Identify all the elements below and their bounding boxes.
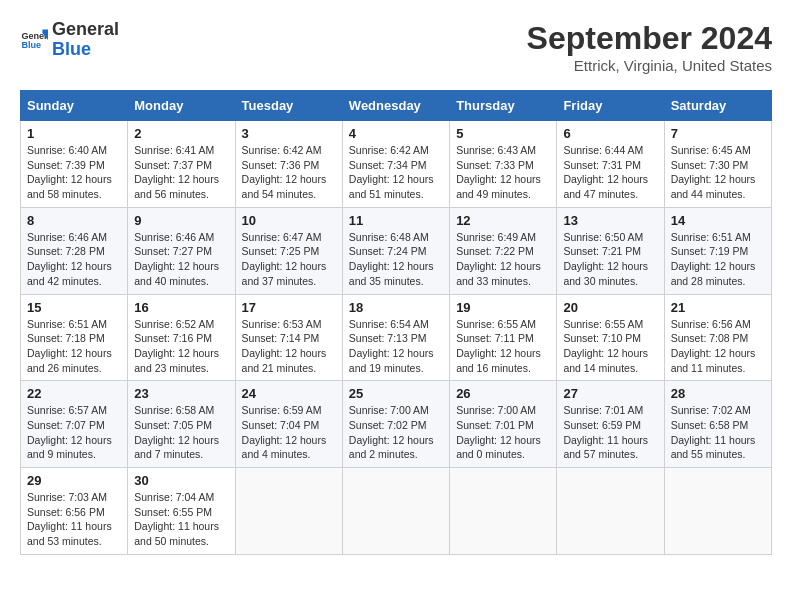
logo: General Blue General Blue xyxy=(20,20,119,60)
calendar-cell: 24Sunrise: 6:59 AM Sunset: 7:04 PM Dayli… xyxy=(235,381,342,468)
calendar-cell: 10Sunrise: 6:47 AM Sunset: 7:25 PM Dayli… xyxy=(235,207,342,294)
cell-day-number: 27 xyxy=(563,386,657,401)
cell-sun-info: Sunrise: 6:55 AM Sunset: 7:10 PM Dayligh… xyxy=(563,317,657,376)
calendar-week-row: 29Sunrise: 7:03 AM Sunset: 6:56 PM Dayli… xyxy=(21,468,772,555)
calendar-cell xyxy=(664,468,771,555)
calendar-cell: 29Sunrise: 7:03 AM Sunset: 6:56 PM Dayli… xyxy=(21,468,128,555)
calendar-cell xyxy=(342,468,449,555)
calendar-week-row: 1Sunrise: 6:40 AM Sunset: 7:39 PM Daylig… xyxy=(21,121,772,208)
cell-sun-info: Sunrise: 7:00 AM Sunset: 7:02 PM Dayligh… xyxy=(349,403,443,462)
cell-day-number: 25 xyxy=(349,386,443,401)
col-header-wednesday: Wednesday xyxy=(342,91,449,121)
cell-day-number: 21 xyxy=(671,300,765,315)
cell-sun-info: Sunrise: 6:40 AM Sunset: 7:39 PM Dayligh… xyxy=(27,143,121,202)
cell-day-number: 26 xyxy=(456,386,550,401)
calendar-cell: 25Sunrise: 7:00 AM Sunset: 7:02 PM Dayli… xyxy=(342,381,449,468)
cell-sun-info: Sunrise: 6:57 AM Sunset: 7:07 PM Dayligh… xyxy=(27,403,121,462)
calendar-week-row: 22Sunrise: 6:57 AM Sunset: 7:07 PM Dayli… xyxy=(21,381,772,468)
svg-text:Blue: Blue xyxy=(21,40,41,50)
logo-text: General Blue xyxy=(52,20,119,60)
cell-sun-info: Sunrise: 6:49 AM Sunset: 7:22 PM Dayligh… xyxy=(456,230,550,289)
col-header-sunday: Sunday xyxy=(21,91,128,121)
cell-sun-info: Sunrise: 6:58 AM Sunset: 7:05 PM Dayligh… xyxy=(134,403,228,462)
calendar-week-row: 15Sunrise: 6:51 AM Sunset: 7:18 PM Dayli… xyxy=(21,294,772,381)
calendar-cell: 12Sunrise: 6:49 AM Sunset: 7:22 PM Dayli… xyxy=(450,207,557,294)
calendar-cell: 7Sunrise: 6:45 AM Sunset: 7:30 PM Daylig… xyxy=(664,121,771,208)
calendar-cell: 20Sunrise: 6:55 AM Sunset: 7:10 PM Dayli… xyxy=(557,294,664,381)
cell-sun-info: Sunrise: 6:59 AM Sunset: 7:04 PM Dayligh… xyxy=(242,403,336,462)
cell-day-number: 24 xyxy=(242,386,336,401)
calendar-cell: 16Sunrise: 6:52 AM Sunset: 7:16 PM Dayli… xyxy=(128,294,235,381)
cell-day-number: 14 xyxy=(671,213,765,228)
calendar-cell xyxy=(557,468,664,555)
calendar-cell: 3Sunrise: 6:42 AM Sunset: 7:36 PM Daylig… xyxy=(235,121,342,208)
cell-sun-info: Sunrise: 6:43 AM Sunset: 7:33 PM Dayligh… xyxy=(456,143,550,202)
cell-day-number: 8 xyxy=(27,213,121,228)
calendar-cell: 19Sunrise: 6:55 AM Sunset: 7:11 PM Dayli… xyxy=(450,294,557,381)
cell-day-number: 17 xyxy=(242,300,336,315)
cell-day-number: 23 xyxy=(134,386,228,401)
cell-day-number: 18 xyxy=(349,300,443,315)
calendar-cell: 22Sunrise: 6:57 AM Sunset: 7:07 PM Dayli… xyxy=(21,381,128,468)
cell-day-number: 15 xyxy=(27,300,121,315)
cell-day-number: 11 xyxy=(349,213,443,228)
col-header-monday: Monday xyxy=(128,91,235,121)
cell-sun-info: Sunrise: 6:45 AM Sunset: 7:30 PM Dayligh… xyxy=(671,143,765,202)
calendar-cell: 17Sunrise: 6:53 AM Sunset: 7:14 PM Dayli… xyxy=(235,294,342,381)
cell-day-number: 5 xyxy=(456,126,550,141)
cell-day-number: 4 xyxy=(349,126,443,141)
cell-sun-info: Sunrise: 6:50 AM Sunset: 7:21 PM Dayligh… xyxy=(563,230,657,289)
cell-sun-info: Sunrise: 6:48 AM Sunset: 7:24 PM Dayligh… xyxy=(349,230,443,289)
cell-sun-info: Sunrise: 6:47 AM Sunset: 7:25 PM Dayligh… xyxy=(242,230,336,289)
calendar-header-row: SundayMondayTuesdayWednesdayThursdayFrid… xyxy=(21,91,772,121)
page-subtitle: Ettrick, Virginia, United States xyxy=(527,57,772,74)
calendar-cell: 26Sunrise: 7:00 AM Sunset: 7:01 PM Dayli… xyxy=(450,381,557,468)
cell-sun-info: Sunrise: 6:52 AM Sunset: 7:16 PM Dayligh… xyxy=(134,317,228,376)
cell-sun-info: Sunrise: 6:54 AM Sunset: 7:13 PM Dayligh… xyxy=(349,317,443,376)
calendar-table: SundayMondayTuesdayWednesdayThursdayFrid… xyxy=(20,90,772,555)
cell-sun-info: Sunrise: 6:53 AM Sunset: 7:14 PM Dayligh… xyxy=(242,317,336,376)
cell-day-number: 22 xyxy=(27,386,121,401)
cell-sun-info: Sunrise: 6:51 AM Sunset: 7:19 PM Dayligh… xyxy=(671,230,765,289)
calendar-cell: 11Sunrise: 6:48 AM Sunset: 7:24 PM Dayli… xyxy=(342,207,449,294)
cell-day-number: 6 xyxy=(563,126,657,141)
col-header-thursday: Thursday xyxy=(450,91,557,121)
cell-sun-info: Sunrise: 6:46 AM Sunset: 7:27 PM Dayligh… xyxy=(134,230,228,289)
cell-sun-info: Sunrise: 6:55 AM Sunset: 7:11 PM Dayligh… xyxy=(456,317,550,376)
cell-day-number: 19 xyxy=(456,300,550,315)
calendar-cell xyxy=(450,468,557,555)
calendar-cell: 2Sunrise: 6:41 AM Sunset: 7:37 PM Daylig… xyxy=(128,121,235,208)
cell-day-number: 28 xyxy=(671,386,765,401)
cell-sun-info: Sunrise: 7:00 AM Sunset: 7:01 PM Dayligh… xyxy=(456,403,550,462)
cell-sun-info: Sunrise: 7:03 AM Sunset: 6:56 PM Dayligh… xyxy=(27,490,121,549)
title-area: September 2024 Ettrick, Virginia, United… xyxy=(527,20,772,74)
calendar-cell: 13Sunrise: 6:50 AM Sunset: 7:21 PM Dayli… xyxy=(557,207,664,294)
cell-sun-info: Sunrise: 7:04 AM Sunset: 6:55 PM Dayligh… xyxy=(134,490,228,549)
page-header: General Blue General Blue September 2024… xyxy=(20,20,772,74)
cell-day-number: 7 xyxy=(671,126,765,141)
cell-day-number: 2 xyxy=(134,126,228,141)
calendar-cell: 15Sunrise: 6:51 AM Sunset: 7:18 PM Dayli… xyxy=(21,294,128,381)
cell-sun-info: Sunrise: 6:56 AM Sunset: 7:08 PM Dayligh… xyxy=(671,317,765,376)
cell-day-number: 1 xyxy=(27,126,121,141)
cell-day-number: 29 xyxy=(27,473,121,488)
cell-day-number: 30 xyxy=(134,473,228,488)
calendar-cell: 30Sunrise: 7:04 AM Sunset: 6:55 PM Dayli… xyxy=(128,468,235,555)
calendar-cell: 18Sunrise: 6:54 AM Sunset: 7:13 PM Dayli… xyxy=(342,294,449,381)
logo-icon: General Blue xyxy=(20,26,48,54)
calendar-cell: 27Sunrise: 7:01 AM Sunset: 6:59 PM Dayli… xyxy=(557,381,664,468)
cell-sun-info: Sunrise: 7:02 AM Sunset: 6:58 PM Dayligh… xyxy=(671,403,765,462)
cell-day-number: 13 xyxy=(563,213,657,228)
cell-sun-info: Sunrise: 7:01 AM Sunset: 6:59 PM Dayligh… xyxy=(563,403,657,462)
cell-sun-info: Sunrise: 6:44 AM Sunset: 7:31 PM Dayligh… xyxy=(563,143,657,202)
cell-day-number: 3 xyxy=(242,126,336,141)
cell-sun-info: Sunrise: 6:46 AM Sunset: 7:28 PM Dayligh… xyxy=(27,230,121,289)
cell-day-number: 12 xyxy=(456,213,550,228)
calendar-cell xyxy=(235,468,342,555)
cell-sun-info: Sunrise: 6:51 AM Sunset: 7:18 PM Dayligh… xyxy=(27,317,121,376)
col-header-saturday: Saturday xyxy=(664,91,771,121)
calendar-cell: 4Sunrise: 6:42 AM Sunset: 7:34 PM Daylig… xyxy=(342,121,449,208)
calendar-cell: 9Sunrise: 6:46 AM Sunset: 7:27 PM Daylig… xyxy=(128,207,235,294)
calendar-cell: 5Sunrise: 6:43 AM Sunset: 7:33 PM Daylig… xyxy=(450,121,557,208)
calendar-cell: 21Sunrise: 6:56 AM Sunset: 7:08 PM Dayli… xyxy=(664,294,771,381)
